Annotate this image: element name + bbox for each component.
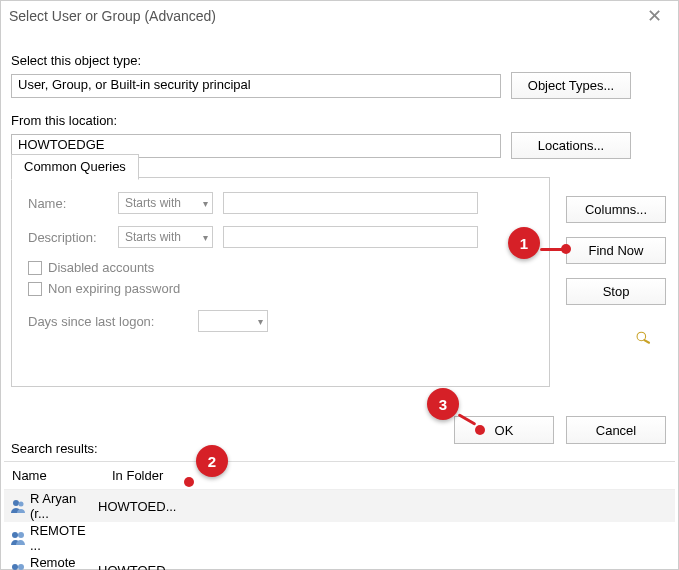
user-group-icon: [10, 530, 26, 546]
columns-button[interactable]: Columns...: [566, 196, 666, 223]
location-label: From this location:: [11, 113, 668, 128]
results-table: Name In Folder R Aryan (r...HOWTOED...RE…: [4, 461, 675, 570]
description-combo-value: Starts with: [125, 230, 181, 244]
description-combo[interactable]: Starts with ▾: [118, 226, 213, 248]
svg-point-3: [19, 502, 24, 507]
table-row[interactable]: R Aryan (r...HOWTOED...: [4, 490, 675, 522]
annotation-2-dot: [184, 477, 194, 487]
object-types-button[interactable]: Object Types...: [511, 72, 631, 99]
disabled-checkbox[interactable]: [28, 261, 42, 275]
cancel-button[interactable]: Cancel: [566, 416, 666, 444]
svg-point-6: [12, 564, 18, 570]
days-label: Days since last logon:: [28, 314, 188, 329]
row-name: REMOTE ...: [30, 523, 98, 553]
annotation-1-dot: [561, 244, 571, 254]
svg-point-4: [12, 532, 18, 538]
dialog-window: Select User or Group (Advanced) ✕ Select…: [0, 0, 679, 570]
close-icon[interactable]: ✕: [641, 5, 668, 27]
row-name: Remote M...: [30, 555, 98, 570]
description-input[interactable]: [223, 226, 478, 248]
name-combo-value: Starts with: [125, 196, 181, 210]
table-header: Name In Folder: [4, 462, 675, 490]
days-combo[interactable]: ▾: [198, 310, 268, 332]
cell-name: Remote M...: [10, 555, 98, 570]
name-input[interactable]: [223, 192, 478, 214]
annotation-3-dot: [475, 425, 485, 435]
locations-button[interactable]: Locations...: [511, 132, 631, 159]
dialog-buttons: OK Cancel: [454, 416, 666, 444]
tab-common-queries[interactable]: Common Queries: [11, 154, 139, 180]
user-group-icon: [10, 498, 26, 514]
svg-point-2: [13, 500, 19, 506]
titlebar: Select User or Group (Advanced) ✕: [1, 1, 678, 27]
annotation-1: 1: [508, 227, 540, 259]
find-now-button[interactable]: Find Now: [566, 237, 666, 264]
nonexpiring-label: Non expiring password: [48, 281, 180, 296]
cell-name: REMOTE ...: [10, 523, 98, 553]
dialog-title: Select User or Group (Advanced): [9, 8, 216, 24]
chevron-down-icon: ▾: [203, 232, 208, 243]
svg-point-7: [18, 564, 24, 570]
name-label: Name:: [28, 196, 108, 211]
cell-folder: HOWTOED...: [98, 499, 176, 514]
chevron-down-icon: ▾: [258, 316, 263, 327]
nonexpiring-checkbox[interactable]: [28, 282, 42, 296]
svg-point-5: [18, 532, 24, 538]
column-folder[interactable]: In Folder: [104, 462, 171, 489]
object-type-label: Select this object type:: [11, 53, 668, 68]
description-label: Description:: [28, 230, 108, 245]
annotation-2: 2: [196, 445, 228, 477]
name-combo[interactable]: Starts with ▾: [118, 192, 213, 214]
chevron-down-icon: ▾: [203, 198, 208, 209]
common-queries-panel: Common Queries Name: Starts with ▾ Descr…: [11, 177, 550, 387]
column-name[interactable]: Name: [4, 462, 104, 489]
right-button-column: Columns... Find Now Stop: [566, 196, 666, 305]
user-group-icon: [10, 562, 26, 570]
object-type-field: User, Group, or Built-in security princi…: [11, 74, 501, 98]
search-icon: [636, 329, 652, 348]
stop-button[interactable]: Stop: [566, 278, 666, 305]
cell-name: R Aryan (r...: [10, 491, 98, 521]
table-row[interactable]: Remote M...HOWTOED...: [4, 554, 675, 570]
disabled-label: Disabled accounts: [48, 260, 154, 275]
cell-folder: HOWTOED...: [98, 563, 176, 571]
row-name: R Aryan (r...: [30, 491, 98, 521]
search-results-label: Search results:: [11, 441, 98, 456]
annotation-3: 3: [427, 388, 459, 420]
table-row[interactable]: REMOTE ...: [4, 522, 675, 554]
svg-rect-1: [643, 339, 651, 345]
